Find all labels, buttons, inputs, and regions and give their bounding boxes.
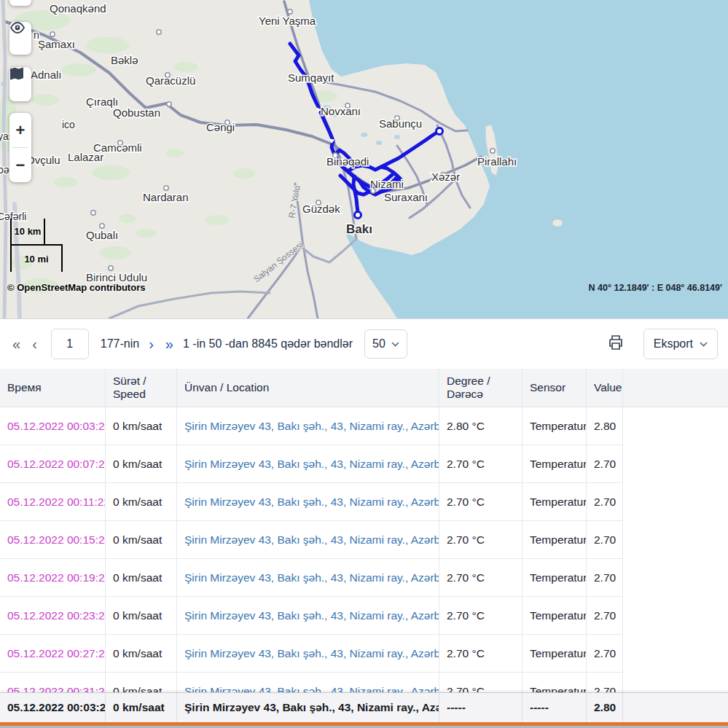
cell-time[interactable]: 05.12.2022 00:19:22 [0, 559, 106, 597]
pagination-toolbar: « ‹ 177-nin › » 1 -in 50 -dan 8845 qədər… [0, 319, 728, 369]
svg-text:Güzdək: Güzdək [302, 203, 340, 215]
svg-text:Bəklə: Bəklə [111, 54, 138, 66]
cell-degree: 2.70 °C [439, 559, 522, 597]
zoom-in-button[interactable]: + [9, 113, 31, 147]
svg-text:Qobustan: Qobustan [113, 106, 160, 119]
table-row[interactable]: 05.12.2022 00:27:240 km/saatŞirin Mirzəy… [0, 635, 728, 673]
cell-time[interactable]: 05.12.2022 00:07:22 [0, 445, 106, 483]
cell-degree: 2.70 °C [439, 483, 522, 521]
svg-text:Lalazar: Lalazar [68, 151, 103, 163]
cell-filler [623, 521, 728, 559]
col-header-time: Время [0, 369, 106, 407]
records-summary: 1 -in 50 -dan 8845 qədər bəndlər [183, 337, 353, 351]
total-pages-label: 177-nin [101, 337, 139, 351]
svg-text:Cəngi: Cəngi [206, 121, 235, 133]
svg-text:Ovçulu: Ovçulu [26, 154, 60, 166]
visibility-button[interactable] [9, 22, 31, 55]
export-label: Eksport [654, 337, 693, 351]
osm-attribution: © OpenStreetMap contributors [7, 282, 145, 293]
cell-filler [623, 483, 728, 521]
tracking-app: QonaqkəndYeni YaşmaŞamaxıBəkləQaracüzlüA… [0, 0, 728, 728]
svg-text:Şamaxı: Şamaxı [38, 38, 75, 50]
scale-bar-mi: 10 mi [10, 244, 63, 272]
cell-value: 2.70 [587, 445, 623, 483]
cell-time[interactable]: 05.12.2022 00:27:24 [0, 635, 106, 673]
cell-time[interactable]: 05.12.2022 00:03:20 [0, 407, 106, 445]
cell-speed: 0 km/saat [106, 445, 177, 483]
cell-sensor: Temperatur [522, 597, 587, 635]
svg-text:Binəqədi: Binəqədi [326, 155, 369, 168]
cell-location[interactable]: Şirin Mirzəyev 43, Bakı şəh., 43, Nizami… [177, 445, 439, 483]
last-page-button[interactable]: » [163, 336, 176, 353]
svg-text:ico: ico [62, 119, 75, 130]
cell-location[interactable]: Şirin Mirzəyev 43, Bakı şəh., 43, Nizami… [177, 635, 439, 673]
svg-text:Qubalı: Qubalı [86, 229, 118, 241]
cell-speed: 0 km/saat [106, 559, 177, 597]
cutoff-button[interactable] [9, 0, 31, 6]
svg-text:Nizami: Nizami [370, 178, 404, 190]
table-row[interactable]: 05.12.2022 00:03:200 km/saatŞirin Mirzəy… [0, 407, 728, 445]
cell-location[interactable]: Şirin Mirzəyev 43, Bakı şəh., 43, Nizami… [177, 559, 439, 597]
cell-value: 2.70 [587, 635, 623, 673]
cell-sensor: Temperatur [522, 483, 587, 521]
cell-location[interactable]: Şirin Mirzəyev 43, Bakı şəh., 43, Nizami… [177, 483, 439, 521]
table-row[interactable]: 05.12.2022 00:07:220 km/saatŞirin Mirzəy… [0, 445, 728, 483]
prev-page-button[interactable]: ‹ [30, 336, 39, 353]
page-size-select[interactable]: 50 [364, 329, 407, 359]
cell-speed: 0 km/saat [106, 635, 177, 673]
table-row[interactable]: 05.12.2022 00:11:220 km/saatŞirin Mirzəy… [0, 483, 728, 521]
first-page-button[interactable]: « [10, 336, 23, 353]
cell-sensor: Temperatur [522, 407, 587, 445]
cell-value: 2.70 [587, 521, 623, 559]
svg-text:Adnalı: Adnalı [31, 69, 62, 81]
cell-sensor: Temperatur [522, 521, 587, 559]
svg-text:Yeni Yaşma: Yeni Yaşma [259, 15, 316, 27]
svg-text:Sumqayıt: Sumqayıt [288, 71, 334, 84]
cell-sensor: Temperatur [522, 445, 587, 483]
cell-location[interactable]: Şirin Mirzəyev 43, Bakı şəh., 43, Nizami… [177, 521, 439, 559]
zoom-controls: + − [9, 113, 31, 182]
export-button[interactable]: Eksport [643, 329, 718, 359]
col-header-degree: Degree / Dərəcə [439, 369, 522, 407]
map-canvas[interactable]: QonaqkəndYeni YaşmaŞamaxıBəkləQaracüzlüA… [0, 0, 728, 319]
next-page-button[interactable]: › [146, 336, 156, 353]
cell-value: 2.80 [587, 407, 623, 445]
svg-text:Xəzər: Xəzər [431, 171, 460, 183]
cell-degree: 2.70 °C [439, 635, 522, 673]
table-row[interactable]: 05.12.2022 00:23:240 km/saatŞirin Mirzəy… [0, 597, 728, 635]
footer-speed: 0 km/saat [106, 693, 177, 722]
zoom-out-button[interactable]: − [9, 148, 31, 182]
cell-location[interactable]: Şirin Mirzəyev 43, Bakı şəh., 43, Nizami… [177, 597, 439, 635]
cell-filler [623, 445, 728, 483]
print-button[interactable] [607, 334, 625, 354]
table-row[interactable]: 05.12.2022 00:15:220 km/saatŞirin Mirzəy… [0, 521, 728, 559]
svg-text:Novxanı: Novxanı [321, 105, 361, 117]
cell-time[interactable]: 05.12.2022 00:15:22 [0, 521, 106, 559]
page-number-input[interactable] [51, 329, 89, 359]
cell-location[interactable]: Şirin Mirzəyev 43, Bakı şəh., 43, Nizami… [177, 407, 439, 445]
cell-time[interactable]: 05.12.2022 00:11:22 [0, 483, 106, 521]
cell-degree: 2.80 °C [439, 407, 522, 445]
svg-text:Nardaran: Nardaran [143, 191, 189, 203]
col-header-sensor: Sensor [522, 369, 587, 407]
table-body: 05.12.2022 00:03:200 km/saatŞirin Mirzəy… [0, 407, 728, 711]
map-svg: QonaqkəndYeni YaşmaŞamaxıBəkləQaracüzlüA… [0, 0, 728, 318]
printer-icon [607, 334, 625, 354]
cursor-coordinates: N 40° 12.1849' : E 048° 46.8149' [589, 283, 722, 293]
records-table: Время Sürət / Speed Ünvan / Location Deg… [0, 369, 728, 722]
small-island [552, 219, 563, 227]
cell-filler [623, 559, 728, 597]
cell-time[interactable]: 05.12.2022 00:23:24 [0, 597, 106, 635]
cell-value: 2.70 [587, 483, 623, 521]
svg-text:Bakı: Bakı [346, 222, 372, 236]
map-layers-button[interactable] [9, 67, 31, 101]
chevron-down-icon [700, 342, 708, 347]
footer-sensor: ----- [522, 693, 587, 722]
cell-sensor: Temperatur [522, 635, 587, 673]
cell-degree: 2.70 °C [439, 445, 522, 483]
cell-value: 2.70 [587, 559, 623, 597]
svg-text:Suraxanı: Suraxanı [384, 191, 428, 203]
pinned-summary-row[interactable]: 05.12.2022 00:03:20 0 km/saat Şirin Mirz… [0, 692, 728, 722]
table-row[interactable]: 05.12.2022 00:19:220 km/saatŞirin Mirzəy… [0, 559, 728, 597]
chevron-down-icon [391, 342, 399, 347]
